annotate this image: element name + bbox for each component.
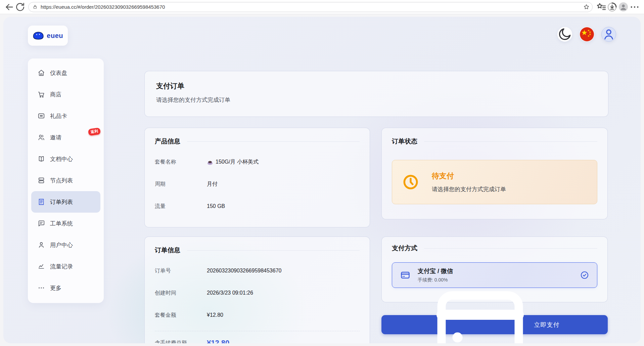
browser-menu-button[interactable] — [629, 2, 640, 12]
sidebar-item-server[interactable]: 节点列表 — [28, 170, 104, 191]
order-status-card: 订单状态 待支付 请选择您的支付方式完成订单 — [381, 128, 608, 219]
sidebar-item-label: 用户中心 — [50, 241, 73, 249]
sidebar-item-book[interactable]: 文档中心 — [28, 148, 104, 170]
user-icon — [602, 27, 616, 41]
payment-method-title: 支付方式 — [392, 244, 417, 253]
info-row: 周期月付 — [155, 173, 360, 195]
sidebar-item-label: 商店 — [50, 91, 61, 98]
sidebar-item-label: 礼品卡 — [50, 112, 67, 120]
clock-icon — [402, 174, 419, 190]
sidebar-item-giftcard[interactable]: 礼品卡 — [28, 105, 104, 127]
divider — [187, 250, 360, 251]
info-row: 套餐名称150G/月 小杯美式 — [155, 151, 360, 173]
pay-now-button[interactable]: 立即支付 — [381, 315, 608, 334]
more-icon — [38, 284, 45, 292]
lock-icon — [33, 4, 38, 9]
info-value-text: 月付 — [207, 181, 218, 188]
app-canvas: eueu 仪表盘商店礼品卡邀请返利文档中心节点列表订单列表工单系统用户中心流量记… — [3, 17, 641, 343]
info-value: 2026/3/23 09:01:26 — [207, 290, 253, 296]
info-label: 套餐金额 — [155, 312, 207, 319]
info-value-text: 150G/月 小杯美式 — [216, 159, 259, 166]
info-value-text: 150 GB — [207, 203, 225, 209]
total-value: ¥12.80 — [207, 339, 229, 343]
sidebar-item-activity[interactable]: 流量记录 — [28, 256, 104, 277]
favorites-icon — [596, 2, 607, 12]
info-label: 订单号 — [155, 267, 207, 274]
check-circle-icon — [580, 271, 589, 279]
info-label: 创建时间 — [155, 290, 207, 297]
download-icon — [607, 2, 617, 12]
browser-toolbar: https://eueua.cc/#/order/202603230903266… — [0, 0, 644, 14]
giftcard-icon — [38, 112, 45, 120]
activity-icon — [38, 263, 45, 270]
payment-method-name: 支付宝 / 微信 — [418, 267, 453, 275]
info-value: 月付 — [207, 181, 218, 188]
users-icon — [38, 134, 45, 141]
bookmark-star-icon[interactable] — [583, 4, 590, 10]
sidebar-item-chat[interactable]: 工单系统 — [28, 213, 104, 234]
product-rows: 套餐名称150G/月 小杯美式周期月付流量150 GB — [155, 151, 360, 217]
credit-card-icon — [430, 274, 531, 344]
address-bar[interactable]: https://eueua.cc/#/order/202603230903266… — [28, 2, 593, 12]
divider — [187, 141, 360, 142]
status-badge: 待支付 — [432, 171, 506, 181]
screen: https://eueua.cc/#/order/202603230903266… — [0, 0, 644, 346]
product-info-card: 产品信息 套餐名称150G/月 小杯美式周期月付流量150 GB — [144, 128, 370, 227]
sidebar-item-label: 工单系统 — [50, 220, 73, 227]
order-status-title: 订单状态 — [392, 137, 417, 146]
brand-name: eueu — [47, 32, 63, 40]
blob-logo-icon — [33, 31, 44, 40]
downloads-button[interactable] — [607, 2, 617, 12]
sidebar-item-users[interactable]: 邀请返利 — [28, 127, 104, 148]
chat-icon — [38, 220, 45, 227]
info-row: 订单号2026032309032669598453670 — [155, 260, 360, 282]
rebate-badge: 返利 — [88, 128, 101, 136]
order-rows: 订单号2026032309032669598453670创建时间2026/3/2… — [155, 260, 360, 326]
browser-profile-button[interactable] — [619, 2, 628, 11]
info-value: 150G/月 小杯美式 — [207, 159, 259, 166]
site-logo[interactable]: eueu — [28, 26, 68, 46]
sidebar-item-label: 邀请 — [50, 134, 61, 141]
account-button[interactable] — [601, 27, 616, 42]
language-selector[interactable] — [580, 27, 594, 42]
refresh-icon — [15, 2, 26, 12]
back-button[interactable] — [4, 2, 15, 12]
info-row: 创建时间2026/3/23 09:01:26 — [155, 282, 360, 304]
favorites-button[interactable] — [596, 2, 607, 12]
sidebar-item-receipt[interactable]: 订单列表 — [31, 191, 100, 213]
sidebar-item-cart[interactable]: 商店 — [28, 84, 104, 105]
info-value-text: 2026/3/23 09:01:26 — [207, 290, 253, 296]
pending-payment-alert: 待支付 请选择您的支付方式完成订单 — [392, 160, 597, 204]
order-total-row: 含手续费总额 ¥12.80 — [155, 331, 360, 343]
refresh-button[interactable] — [15, 2, 26, 12]
page-background: eueu 仪表盘商店礼品卡邀请返利文档中心节点列表订单列表工单系统用户中心流量记… — [0, 14, 644, 346]
back-arrow-icon — [4, 2, 15, 12]
info-label: 流量 — [155, 203, 207, 210]
sidebar-item-home[interactable]: 仪表盘 — [28, 62, 104, 84]
sidebar-item-label: 订单列表 — [50, 198, 73, 206]
info-label: 套餐名称 — [155, 159, 207, 166]
sidebar-item-person[interactable]: 用户中心 — [28, 234, 104, 256]
dark-mode-toggle[interactable] — [557, 27, 572, 42]
page-title: 支付订单 — [156, 81, 597, 91]
sidebar-item-label: 节点列表 — [50, 177, 73, 184]
sidebar: 仪表盘商店礼品卡邀请返利文档中心节点列表订单列表工单系统用户中心流量记录更多 — [28, 58, 104, 303]
info-value: 2026032309032669598453670 — [207, 268, 281, 274]
sidebar-item-label: 文档中心 — [50, 155, 73, 163]
avatar-icon — [619, 2, 628, 11]
status-description: 请选择您的支付方式完成订单 — [432, 185, 506, 193]
order-info-title: 订单信息 — [155, 246, 180, 255]
home-icon — [38, 69, 45, 77]
sidebar-item-more[interactable]: 更多 — [28, 277, 104, 299]
moon-icon — [557, 27, 572, 42]
server-icon — [38, 177, 45, 184]
info-value-text: 2026032309032669598453670 — [207, 268, 281, 274]
info-value: 150 GB — [207, 203, 225, 209]
url-text: https://eueua.cc/#/order/202603230903266… — [41, 4, 583, 10]
info-label: 周期 — [155, 181, 207, 188]
info-row: 套餐金额¥12.80 — [155, 304, 360, 326]
receipt-icon — [38, 198, 45, 206]
pay-now-label: 立即支付 — [534, 321, 560, 329]
page-subtitle: 请选择您的支付方式完成订单 — [156, 96, 597, 104]
page-header-card: 支付订单 请选择您的支付方式完成订单 — [144, 71, 608, 117]
